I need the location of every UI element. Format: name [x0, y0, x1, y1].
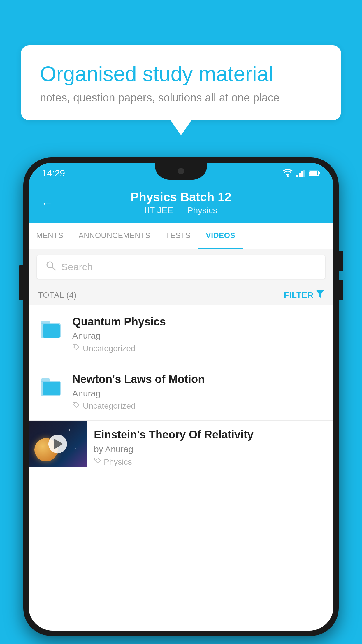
svg-point-15: [74, 345, 75, 346]
svg-marker-11: [316, 290, 324, 298]
video-title: Einstein's Theory Of Relativity: [94, 428, 326, 442]
item-tag: Uncategorized: [72, 344, 324, 353]
bubble-title: Organised study material: [40, 61, 322, 86]
search-container: Search: [29, 249, 333, 285]
search-placeholder: Search: [61, 261, 93, 273]
total-count: TOTAL (4): [38, 290, 77, 300]
bubble-subtitle: notes, question papers, solutions all at…: [40, 92, 322, 104]
video-info: Einstein's Theory Of Relativity by Anura…: [87, 421, 333, 474]
play-triangle-icon: [54, 439, 63, 449]
tag-icon: [72, 401, 80, 411]
svg-rect-13: [41, 321, 50, 324]
item-title: Newton's Laws of Motion: [72, 372, 324, 386]
video-author: by Anurag: [94, 444, 326, 454]
item-author: Anurag: [72, 388, 324, 398]
play-button[interactable]: [48, 435, 67, 453]
svg-rect-5: [303, 170, 305, 177]
tabs-bar: MENTS ANNOUNCEMENTS TESTS VIDEOS: [29, 223, 333, 249]
camera-dot: [178, 168, 184, 174]
video-tag-icon: [94, 457, 101, 467]
status-icons: [282, 169, 320, 177]
svg-rect-18: [43, 382, 60, 395]
search-icon: [45, 260, 56, 274]
svg-rect-3: [299, 173, 301, 177]
filter-label: FILTER: [284, 290, 314, 300]
search-bar[interactable]: Search: [37, 255, 325, 279]
svg-rect-2: [296, 175, 298, 177]
content-list: Quantum Physics Anurag Uncategorized: [29, 305, 333, 474]
filter-button[interactable]: FILTER: [284, 290, 324, 300]
header-title: Physics Batch 12: [43, 190, 319, 204]
list-item[interactable]: Quantum Physics Anurag Uncategorized: [29, 305, 333, 363]
status-bar: 14:29: [29, 163, 333, 184]
svg-rect-14: [43, 324, 60, 338]
list-item[interactable]: Newton's Laws of Motion Anurag Uncategor…: [29, 363, 333, 420]
tag-icon: [72, 344, 80, 353]
filter-funnel-icon: [316, 290, 324, 300]
svg-rect-8: [319, 172, 320, 174]
svg-rect-4: [301, 172, 303, 177]
item-title: Quantum Physics: [72, 315, 324, 329]
back-button[interactable]: ←: [41, 196, 53, 210]
svg-point-20: [96, 459, 97, 460]
folder-icon-wrap: [38, 316, 64, 342]
tab-ments[interactable]: MENTS: [29, 223, 71, 249]
svg-line-10: [52, 267, 55, 270]
video-tag-label: Physics: [104, 457, 132, 467]
item-info: Newton's Laws of Motion Anurag Uncategor…: [72, 372, 324, 411]
battery-icon: [309, 170, 320, 176]
app-header: ← Physics Batch 12 IIT JEE Physics: [29, 184, 333, 223]
item-author: Anurag: [72, 331, 324, 341]
item-info: Quantum Physics Anurag Uncategorized: [72, 315, 324, 353]
video-thumbnail: [29, 421, 87, 467]
wifi-icon: [282, 169, 293, 177]
list-item-video[interactable]: Einstein's Theory Of Relativity by Anura…: [29, 421, 333, 474]
item-tag: Uncategorized: [72, 401, 324, 411]
svg-point-1: [287, 176, 289, 177]
svg-marker-0: [285, 174, 290, 176]
speech-bubble: Organised study material notes, question…: [21, 45, 341, 120]
tag-label: Uncategorized: [83, 344, 136, 353]
svg-point-19: [74, 403, 75, 404]
folder-icon: [40, 319, 62, 339]
tab-videos[interactable]: VIDEOS: [198, 223, 243, 249]
folder-icon-wrap: [38, 373, 64, 400]
filter-row: TOTAL (4) FILTER: [29, 285, 333, 305]
header-tag1: IIT JEE: [145, 205, 173, 215]
signal-icon: [296, 169, 305, 177]
svg-rect-17: [41, 378, 50, 382]
status-time: 14:29: [42, 168, 65, 179]
video-tag: Physics: [94, 457, 326, 467]
svg-rect-7: [309, 172, 317, 175]
tab-announcements[interactable]: ANNOUNCEMENTS: [71, 223, 158, 249]
tag-label: Uncategorized: [83, 401, 136, 411]
phone-mockup: 14:29: [23, 158, 339, 636]
header-subtitle: IIT JEE Physics: [43, 205, 319, 215]
header-tag2: Physics: [187, 205, 217, 215]
folder-icon: [40, 377, 62, 396]
notch: [155, 163, 207, 180]
tab-tests[interactable]: TESTS: [158, 223, 198, 249]
